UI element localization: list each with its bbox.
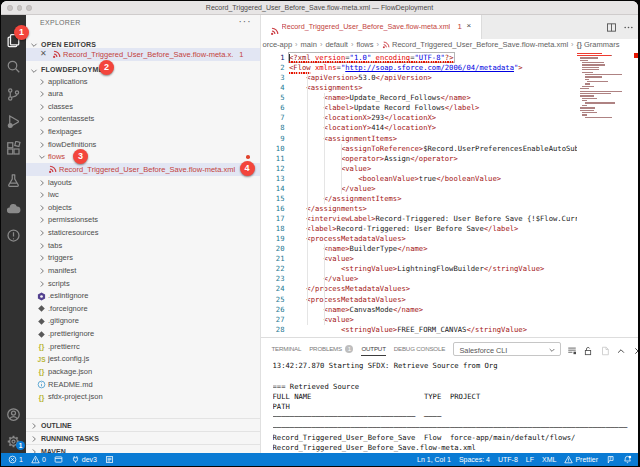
open-log-icon[interactable] <box>600 342 610 360</box>
tab-close-icon[interactable]: × <box>467 21 472 30</box>
status-notifications[interactable] <box>623 455 632 464</box>
tab-flow-meta-xml[interactable]: Record_Triggered_User_Before_Save.flow-m… <box>261 15 482 39</box>
panel-tab-terminal[interactable]: TERMINAL <box>272 345 302 357</box>
close-icon[interactable]: ✕ <box>40 49 47 58</box>
breadcrumb-item[interactable]: main <box>301 40 317 49</box>
breadcrumb-item[interactable]: {}Grammars <box>577 40 620 49</box>
unlock-icon[interactable] <box>583 342 593 360</box>
tree-item-label: .prettierignore <box>48 329 94 338</box>
status-feedback[interactable] <box>606 455 615 464</box>
activity-bar-item-source-control[interactable] <box>1 82 26 108</box>
tree-item-flexipages[interactable]: flexipages <box>26 126 260 139</box>
status-cursor-position[interactable]: Ln 1, Col 1 <box>417 456 451 463</box>
close-panel-icon[interactable] <box>633 342 639 360</box>
tree-item-label: classes <box>48 102 73 111</box>
section-running-tasks[interactable]: RUNNING TASKS <box>26 431 260 444</box>
symbol-braces-icon: {} <box>577 41 582 48</box>
tree-item-lwc[interactable]: lwc <box>26 189 260 202</box>
tree-item-staticresources[interactable]: staticresources <box>26 227 260 240</box>
status-open-org[interactable] <box>54 455 63 464</box>
panel-tab-output[interactable]: OUTPUT <box>361 345 385 357</box>
activity-bar-item-org-browser[interactable] <box>1 195 26 221</box>
activity-bar-item-test[interactable] <box>1 168 26 194</box>
tree-item-sfdx-project-json[interactable]: {}sfdx-project.json <box>26 391 260 404</box>
tree-item-readme-md[interactable]: README.md <box>26 378 260 391</box>
breadcrumb-item[interactable]: default <box>325 40 348 49</box>
minimap[interactable] <box>577 51 633 338</box>
breadcrumb-separator: › <box>351 40 354 49</box>
status-encoding[interactable]: UTF-8 <box>498 456 518 463</box>
tree-item-label: .forceignore <box>48 304 88 313</box>
status-indentation[interactable]: Spaces: 4 <box>459 456 490 463</box>
explorer-more-actions-icon[interactable]: ··· <box>239 16 252 27</box>
tree-item-label: scripts <box>48 279 70 288</box>
tree-item-layouts[interactable]: layouts <box>26 176 260 189</box>
tree-item-flowdefinitions[interactable]: flowDefinitions <box>26 138 260 151</box>
output-line: FULL NAME TYPE PROJECT <box>273 392 637 402</box>
tree-item-triggers[interactable]: triggers <box>26 252 260 265</box>
tree-item-objects[interactable]: objects <box>26 201 260 214</box>
chevron-right-icon <box>38 78 46 88</box>
output-line: Record_Triggered_User_Before_Save.flow-m… <box>273 443 637 452</box>
activity-bar-item-run-debug[interactable] <box>1 108 26 134</box>
tree-item-label: package.json <box>48 367 92 376</box>
annotation-circle-2: 2 <box>99 60 114 75</box>
tree-item-classes[interactable]: classes <box>26 100 260 113</box>
status-errors[interactable]: 1 <box>8 455 23 464</box>
window-frame: Record_Triggered_User_Before_Save.flow-m… <box>1 1 638 466</box>
tree-item--eslintignore[interactable]: .eslintignore <box>26 290 260 303</box>
tree-item-manifest[interactable]: manifest <box>26 264 260 277</box>
activity-bar-item-issues[interactable] <box>1 223 26 249</box>
activity-bar-item-settings[interactable]: 1 <box>1 428 26 454</box>
breadcrumb-item[interactable]: flows <box>356 40 373 49</box>
bottom-panel: TERMINALPROBLEMS1OUTPUTDEBUG CONSOLE Sal… <box>261 337 639 453</box>
breadcrumbs: orce-app›main›default›flows›Record_Trigg… <box>261 39 639 51</box>
tree-item-scripts[interactable]: scripts <box>26 277 260 290</box>
section-outline[interactable]: OUTLINE <box>26 418 260 431</box>
tree-item-label: applications <box>48 77 88 86</box>
activity-bar-item-search[interactable] <box>1 54 26 80</box>
tree-item-flows[interactable]: flows <box>26 151 260 164</box>
tree-item-jest-config-js[interactable]: JSjest.config.js <box>26 353 260 366</box>
activity-bar-item-account[interactable] <box>1 402 26 428</box>
tree-item-contentassets[interactable]: contentassets <box>26 113 260 126</box>
status-default-org[interactable]: dev3 <box>71 455 97 464</box>
status-language-mode[interactable]: XML <box>542 456 556 463</box>
tree-item-tabs[interactable]: tabs <box>26 239 260 252</box>
tree-item-label: sfdx-project.json <box>48 392 103 401</box>
breadcrumb-item[interactable]: orce-app <box>263 40 293 49</box>
status-warnings[interactable]: 0 <box>31 455 46 464</box>
clear-output-icon[interactable] <box>567 342 577 360</box>
output-line: 13:42:27.870 Starting SFDX: Retrieve Sou… <box>273 361 637 371</box>
status-eol[interactable]: LF <box>526 456 534 463</box>
code-editor[interactable]: 1234567891011121314151617181920212223242… <box>261 51 639 338</box>
tree-item--prettierignore[interactable]: .prettierignore <box>26 328 260 341</box>
output-console[interactable]: 13:42:27.870 Starting SFDX: Retrieve Sou… <box>273 361 637 453</box>
panel-tab-problems[interactable]: PROBLEMS1 <box>309 345 353 357</box>
title-bar: Record_Triggered_User_Before_Save.flow-m… <box>1 1 638 15</box>
breadcrumb-separator: › <box>320 40 323 49</box>
tree-item--prettierrc[interactable]: {}.prettierrc <box>26 340 260 353</box>
status-prettier[interactable]: Prettier <box>564 455 598 464</box>
activity-bar-item-extensions[interactable] <box>1 136 26 162</box>
open-editor-item[interactable]: ✕Record_Triggered_User_Before_Save.flow-… <box>26 48 260 61</box>
settings-badge: 1 <box>16 441 25 450</box>
status-tasks[interactable] <box>105 455 114 464</box>
breadcrumb-separator: › <box>571 40 574 49</box>
breadcrumb-item[interactable]: Record_Triggered_User_Before_Save.flow-m… <box>382 40 568 49</box>
braces-icon: {} <box>37 367 46 376</box>
tree-item-aura[interactable]: aura <box>26 88 260 101</box>
maximize-panel-icon[interactable] <box>616 342 626 360</box>
output-channel-select[interactable]: Salesforce CLI <box>453 342 561 356</box>
chevron-right-icon <box>38 242 46 252</box>
tree-item-label: tabs <box>48 241 62 250</box>
tree-item-record-triggered-user-before-save-flow-meta-xml[interactable]: Record_Triggered_User_Before_Save.flow-m… <box>26 163 260 176</box>
chevron-down-icon <box>38 153 46 163</box>
tree-item--gitignore[interactable]: .gitignore <box>26 315 260 328</box>
panel-tab-debug-console[interactable]: DEBUG CONSOLE <box>394 345 445 357</box>
tree-item--forceignore[interactable]: .forceignore <box>26 302 260 315</box>
tree-item-applications[interactable]: applications <box>26 75 260 88</box>
tree-item-package-json[interactable]: {}package.json <box>26 365 260 378</box>
tree-item-label: permissionsets <box>48 215 98 224</box>
tree-item-permissionsets[interactable]: permissionsets <box>26 214 260 227</box>
